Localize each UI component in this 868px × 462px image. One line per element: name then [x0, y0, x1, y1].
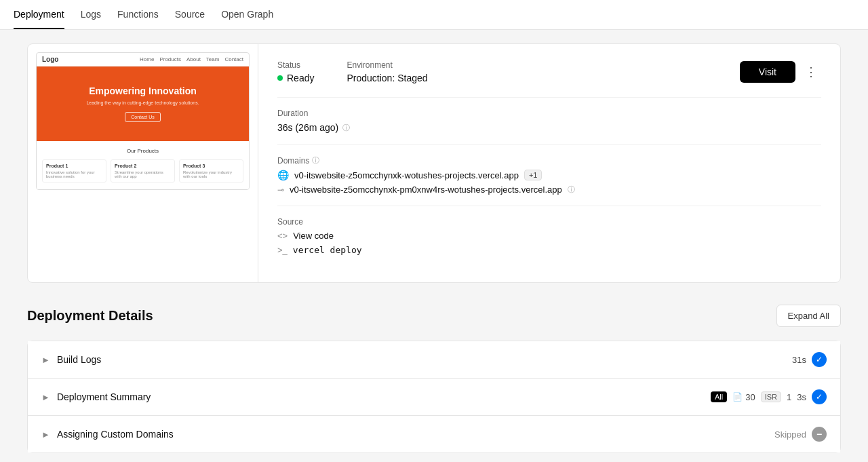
file-count-value: 30 [745, 392, 755, 402]
chevron-icon-build-logs[interactable]: ► [41, 355, 50, 365]
preview-nav-links: HomeProductsAboutTeamContact [140, 56, 243, 62]
view-code-link[interactable]: <> View code [277, 231, 821, 241]
domains-info-icon: ⓘ [312, 155, 319, 166]
visit-button[interactable]: Visit [740, 61, 795, 83]
domain1-text: v0-itswebsite-z5omcchynxk-wotushes-proje… [294, 170, 519, 180]
source-row: Source <> View code >_ vercel deploy [277, 217, 821, 255]
preview-product-1: Product 1 Innovative solution for your b… [42, 159, 106, 182]
environment-value: Production: Staged [347, 73, 427, 83]
environment-label: Environment [347, 60, 427, 70]
nav-item-open-graph[interactable]: Open Graph [221, 1, 273, 29]
details-title: Deployment Details [27, 308, 153, 324]
domain2-text: v0-itswebsite-z5omcchynxk-pm0xnw4rs-wotu… [290, 185, 562, 195]
duration-value: 36s (26m ago) [277, 122, 338, 133]
chevron-icon-deployment-summary[interactable]: ► [41, 392, 50, 402]
duration-label: Duration [277, 109, 821, 118]
view-code-label: View code [293, 231, 334, 241]
preview-section: Logo HomeProductsAboutTeamContact Empowe… [28, 44, 258, 282]
domain-badge: +1 [524, 170, 542, 180]
deployment-summary-row: ► Deployment Summary All 📄 30 ISR 1 3s ✓ [28, 378, 840, 415]
all-badge: All [711, 391, 727, 402]
custom-domains-label: Assigning Custom Domains [57, 429, 174, 440]
terminal-icon: >_ [277, 245, 288, 255]
deployment-card: Logo HomeProductsAboutTeamContact Empowe… [27, 43, 841, 283]
preview-hero-title: Empowering Innovation [47, 85, 238, 96]
deployment-summary-right: All 📄 30 ISR 1 3s ✓ [711, 389, 827, 404]
deployment-summary-success-badge: ✓ [812, 389, 827, 404]
vercel-deploy-link[interactable]: >_ vercel deploy [277, 245, 821, 255]
custom-domains-row: ► Assigning Custom Domains Skipped − [28, 415, 840, 453]
action-buttons: Visit ⋮ [740, 60, 821, 83]
preview-logo: Logo [42, 56, 58, 63]
build-logs-right: 31s ✓ [792, 352, 827, 367]
custom-domains-right: Skipped − [774, 427, 827, 442]
details-header: Deployment Details Expand All [27, 305, 841, 341]
preview-hero-subtitle: Leading the way in cutting-edge technolo… [47, 100, 238, 105]
file-count: 📄 30 [732, 392, 755, 402]
domains-row: Domains ⓘ 🌐 v0-itswebsite-z5omcchynxk-wo… [277, 155, 821, 195]
skipped-badge: − [812, 427, 827, 442]
domains-label: Domains ⓘ [277, 155, 821, 166]
domain2-info-icon: ⓘ [568, 185, 575, 195]
preview-product-2: Product 2 Streamline your operations wit… [111, 159, 175, 182]
preview-products-section: Our Products Product 1 Innovative soluti… [37, 141, 249, 189]
info-section: Status Ready Environment Production: Sta… [258, 44, 840, 282]
isr-badge: ISR [761, 391, 781, 402]
top-navigation: Deployment Logs Functions Source Open Gr… [0, 0, 868, 30]
deployment-summary-label: Deployment Summary [57, 391, 151, 402]
environment-group: Environment Production: Staged [347, 60, 427, 83]
more-options-button[interactable]: ⋮ [801, 60, 821, 83]
chevron-icon-custom-domains[interactable]: ► [41, 429, 50, 440]
nav-item-source[interactable]: Source [175, 1, 205, 29]
duration-row: Duration 36s (26m ago) ⓘ [277, 109, 821, 133]
build-logs-row: ► Build Logs 31s ✓ [28, 341, 840, 378]
build-logs-label: Build Logs [57, 354, 101, 365]
deployment-summary-time: 3s [797, 392, 806, 402]
build-logs-time: 31s [792, 355, 806, 365]
globe-icon: 🌐 [277, 170, 289, 180]
preview-cta: Contact Us [125, 112, 161, 122]
source-links: <> View code >_ vercel deploy [277, 231, 821, 255]
code-icon: <> [277, 231, 288, 241]
expand-all-button[interactable]: Expand All [776, 305, 841, 327]
domain-item-1: 🌐 v0-itswebsite-z5omcchynxk-wotushes-pro… [277, 170, 821, 180]
isr-count: 1 [787, 392, 791, 402]
nav-item-functions[interactable]: Functions [117, 1, 159, 29]
deploy-cmd-label: vercel deploy [293, 245, 362, 255]
preview-hero: Empowering Innovation Leading the way in… [37, 66, 249, 141]
domain-item-2: ⊸ v0-itswebsite-z5omcchynxk-pm0xnw4rs-wo… [277, 185, 821, 195]
preview-frame: Logo HomeProductsAboutTeamContact Empowe… [36, 52, 250, 190]
file-icon: 📄 [732, 392, 743, 402]
preview-products-grid: Product 1 Innovative solution for your b… [42, 159, 243, 182]
duration-info-icon: ⓘ [342, 123, 350, 133]
info-meta: Status Ready Environment Production: Sta… [277, 60, 428, 83]
git-branch-icon: ⊸ [277, 185, 284, 195]
build-logs-success-badge: ✓ [812, 352, 827, 367]
nav-item-deployment[interactable]: Deployment [14, 1, 64, 29]
deployment-details: ► Build Logs 31s ✓ ► Deployment Summary … [27, 341, 841, 453]
status-label: Status [277, 60, 314, 70]
nav-item-logs[interactable]: Logs [81, 1, 101, 29]
preview-products-title: Our Products [42, 148, 243, 154]
preview-product-3: Product 3 Revolutionize your industry wi… [179, 159, 243, 182]
status-group: Status Ready [277, 60, 314, 83]
status-value: Ready [287, 73, 314, 83]
source-label: Source [277, 217, 821, 227]
skipped-label: Skipped [774, 429, 806, 440]
status-dot [277, 75, 283, 81]
